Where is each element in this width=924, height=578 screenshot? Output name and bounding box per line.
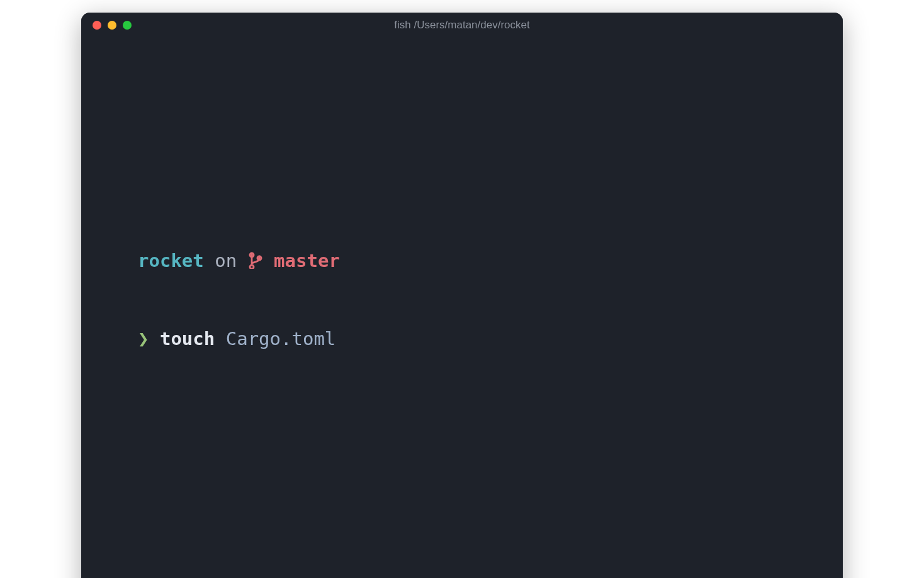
- command-arg: Cargo.toml: [215, 328, 335, 349]
- terminal-block: rocket on master [?] via 🦀 v1.36.0 ❯ git…: [138, 531, 799, 579]
- traffic-lights: [93, 21, 132, 30]
- prompt-line: rocket on master: [138, 248, 799, 276]
- prompt-on: on: [204, 250, 248, 271]
- window-title: fish /Users/matan/dev/rocket: [81, 19, 843, 31]
- prompt-dir: rocket: [138, 250, 204, 271]
- zoom-icon[interactable]: [123, 21, 132, 30]
- terminal-block: rocket on master ❯ touch Cargo.toml: [138, 196, 799, 403]
- command-line: ❯ touch Cargo.toml: [138, 326, 799, 352]
- minimize-icon[interactable]: [108, 21, 116, 30]
- command-name: touch: [160, 328, 215, 349]
- terminal-body[interactable]: rocket on master ❯ touch Cargo.toml rock…: [81, 38, 843, 578]
- prompt-branch: [263, 250, 274, 271]
- git-branch-icon: [248, 250, 263, 276]
- terminal-window: fish /Users/matan/dev/rocket rocket on m…: [81, 13, 843, 578]
- close-icon[interactable]: [93, 21, 101, 30]
- title-bar: fish /Users/matan/dev/rocket: [81, 13, 843, 38]
- prompt-branch-name: master: [274, 250, 340, 271]
- prompt-chevron-icon: ❯: [138, 328, 149, 349]
